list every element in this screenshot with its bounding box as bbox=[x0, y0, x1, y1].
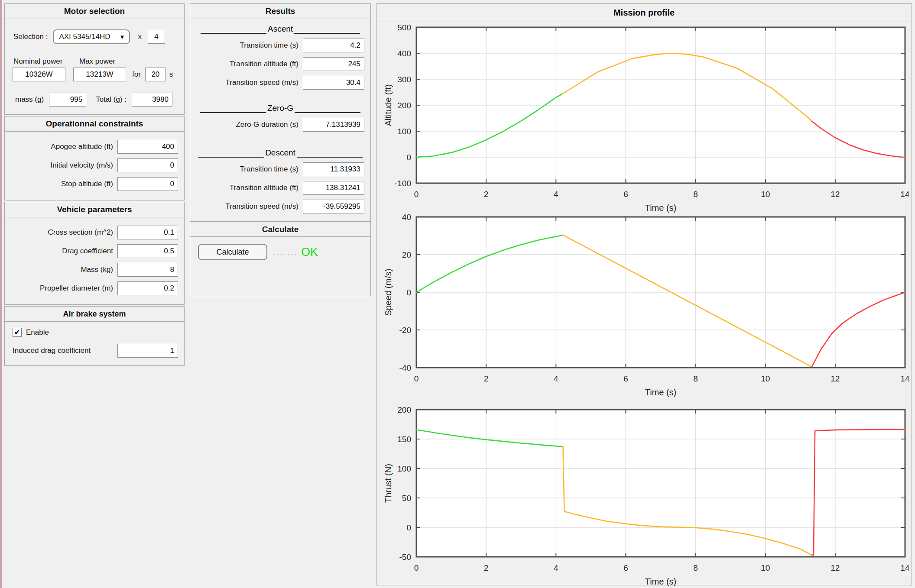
propeller-diameter-input[interactable]: 0.2 bbox=[117, 281, 178, 295]
svg-text:0: 0 bbox=[406, 523, 411, 532]
cross-section-label: Cross section (m^2) bbox=[48, 228, 113, 237]
motor-count-input[interactable]: 4 bbox=[148, 30, 165, 44]
calculate-status-ok: OK bbox=[301, 246, 318, 259]
zero-g-duration-label: Zero-G duration (s) bbox=[236, 120, 299, 129]
zero-g-heading-text: Zero-G bbox=[266, 103, 295, 113]
stop-altitude-input[interactable]: 0 bbox=[117, 177, 178, 191]
svg-text:Thrust (N): Thrust (N) bbox=[383, 464, 393, 503]
svg-text:14: 14 bbox=[900, 190, 909, 199]
svg-text:500: 500 bbox=[397, 24, 411, 32]
ascent-transition-altitude-label: Transition altitude (ft) bbox=[230, 60, 299, 68]
svg-text:8: 8 bbox=[693, 563, 698, 572]
svg-text:Altitude (ft): Altitude (ft) bbox=[383, 84, 393, 126]
svg-text:0: 0 bbox=[406, 288, 411, 297]
svg-text:0: 0 bbox=[406, 153, 411, 162]
svg-text:20: 20 bbox=[402, 250, 411, 259]
ascent-transition-time-label: Transition time (s) bbox=[240, 41, 299, 50]
svg-text:Time (s): Time (s) bbox=[645, 577, 677, 586]
svg-text:14: 14 bbox=[900, 374, 909, 383]
motor-selection-dropdown[interactable]: AXI 5345/14HD ▼ bbox=[53, 29, 130, 44]
svg-text:4: 4 bbox=[554, 374, 558, 383]
altitude-chart: 02468101214-1000100200300400500Time (s)A… bbox=[382, 24, 909, 214]
svg-text:6: 6 bbox=[623, 190, 628, 199]
svg-text:100: 100 bbox=[397, 464, 411, 473]
svg-text:10: 10 bbox=[761, 374, 770, 383]
zero-g-duration-value[interactable]: 7.1313939 bbox=[303, 118, 364, 132]
input-column: Motor selection Selection : AXI 5345/14H… bbox=[4, 3, 185, 367]
descent-heading-text: Descent bbox=[264, 148, 297, 158]
for-label: for bbox=[132, 70, 141, 79]
window-left-edge bbox=[0, 0, 2, 588]
svg-text:200: 200 bbox=[397, 406, 411, 414]
zero-g-section-heading: Zero-G bbox=[190, 103, 370, 113]
descent-transition-speed-label: Transition speed (m/s) bbox=[226, 202, 299, 211]
induced-drag-label: Induced drag coefficient bbox=[13, 346, 91, 355]
mission-profile-panel: Mission profile 02468101214-100010020030… bbox=[376, 3, 912, 585]
descent-section-heading: Descent bbox=[190, 147, 370, 158]
drag-coefficient-input[interactable]: 0.5 bbox=[117, 244, 178, 258]
total-mass-value[interactable]: 3980 bbox=[132, 93, 172, 107]
max-power-label: Max power bbox=[79, 57, 115, 66]
mission-profile-title: Mission profile bbox=[376, 4, 912, 22]
vehicle-parameters-title: Vehicle parameters bbox=[5, 202, 184, 217]
drag-coefficient-label: Drag coefficient bbox=[62, 247, 113, 255]
initial-velocity-input[interactable]: 0 bbox=[117, 158, 178, 172]
chevron-down-icon: ▼ bbox=[120, 34, 125, 40]
mass-label: mass (g) bbox=[15, 95, 44, 104]
svg-text:14: 14 bbox=[900, 563, 909, 572]
svg-text:Time (s): Time (s) bbox=[645, 203, 677, 213]
ascent-transition-speed-value[interactable]: 30.4 bbox=[303, 76, 364, 90]
max-power-duration-input[interactable]: 20 bbox=[145, 68, 166, 81]
calculate-section-title: Calculate bbox=[190, 221, 370, 237]
svg-text:400: 400 bbox=[397, 49, 411, 58]
ascent-heading-text: Ascent bbox=[266, 24, 294, 34]
descent-transition-speed-value[interactable]: -39.559295 bbox=[303, 200, 364, 213]
total-mass-label: Total (g) : bbox=[96, 95, 127, 104]
svg-text:12: 12 bbox=[831, 374, 840, 383]
svg-text:40: 40 bbox=[402, 213, 411, 222]
nominal-power-value[interactable]: 10326W bbox=[13, 68, 65, 81]
descent-transition-altitude-value[interactable]: 138.31241 bbox=[303, 181, 364, 195]
air-brake-title: Air brake system bbox=[5, 307, 184, 322]
descent-transition-time-value[interactable]: 11.31933 bbox=[303, 162, 364, 176]
svg-text:-100: -100 bbox=[395, 179, 411, 188]
svg-text:6: 6 bbox=[623, 374, 628, 383]
motor-mass-value[interactable]: 995 bbox=[49, 93, 86, 107]
motor-selection-title: Motor selection bbox=[5, 4, 184, 19]
vehicle-mass-label: Mass (kg) bbox=[81, 265, 113, 274]
air-brake-enable-checkbox[interactable]: ✔ bbox=[13, 328, 22, 337]
air-brake-enable-label: Enable bbox=[26, 328, 49, 337]
motor-selection-value: AXI 5345/14HD bbox=[59, 32, 110, 41]
svg-text:Time (s): Time (s) bbox=[645, 388, 677, 397]
results-panel: Results Ascent Transition time (s) 4.2 T… bbox=[190, 3, 371, 296]
motor-selection-panel: Motor selection Selection : AXI 5345/14H… bbox=[4, 3, 185, 115]
descent-transition-time-label: Transition time (s) bbox=[240, 165, 299, 174]
results-column: Results Ascent Transition time (s) 4.2 T… bbox=[190, 3, 371, 297]
svg-text:50: 50 bbox=[402, 494, 411, 503]
cross-section-input[interactable]: 0.1 bbox=[117, 226, 178, 239]
calculate-status-dots: ....... bbox=[273, 248, 298, 257]
max-power-value[interactable]: 13213W bbox=[73, 68, 126, 81]
svg-text:2: 2 bbox=[484, 563, 489, 572]
vehicle-mass-input[interactable]: 8 bbox=[117, 263, 178, 277]
svg-text:2: 2 bbox=[484, 190, 489, 199]
operational-constraints-title: Operationnal constraints bbox=[5, 116, 184, 132]
apogee-altitude-input[interactable]: 400 bbox=[117, 140, 178, 154]
thrust-chart: 02468101214-50050100150200Time (s)Thrust… bbox=[382, 406, 909, 588]
results-title: Results bbox=[190, 4, 370, 19]
svg-text:Speed (m/s): Speed (m/s) bbox=[383, 269, 393, 316]
svg-text:200: 200 bbox=[397, 101, 411, 110]
svg-text:10: 10 bbox=[761, 190, 770, 199]
ascent-transition-altitude-value[interactable]: 245 bbox=[303, 57, 364, 71]
calculate-button[interactable]: Calculate bbox=[198, 244, 267, 260]
operational-constraints-panel: Operationnal constraints Apogee altitude… bbox=[4, 116, 185, 200]
nominal-power-label: Nominal power bbox=[13, 57, 79, 66]
svg-text:-20: -20 bbox=[399, 326, 411, 335]
descent-transition-altitude-label: Transition altitude (ft) bbox=[230, 184, 299, 192]
svg-text:0: 0 bbox=[414, 563, 419, 572]
induced-drag-input[interactable]: 1 bbox=[117, 344, 178, 358]
svg-text:300: 300 bbox=[397, 75, 411, 84]
ascent-transition-time-value[interactable]: 4.2 bbox=[303, 39, 364, 52]
app-window: Motor selection Selection : AXI 5345/14H… bbox=[0, 0, 915, 588]
svg-text:12: 12 bbox=[831, 563, 840, 572]
